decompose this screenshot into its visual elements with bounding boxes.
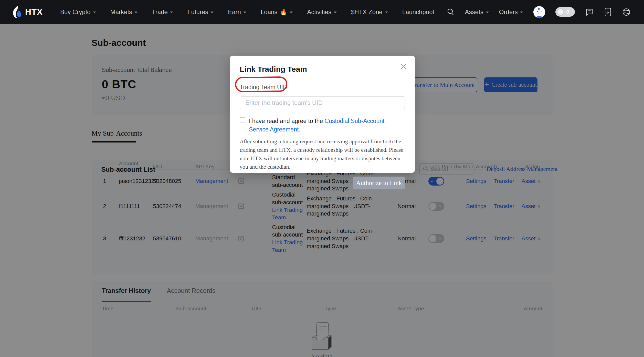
link-trading-team-modal: Link Trading Team ✕ Trading Team UID I h… — [230, 56, 415, 173]
nav-item-futures[interactable]: Futures — [187, 8, 214, 16]
nav-item-assets[interactable]: Assets — [465, 8, 489, 16]
fire-icon: 🔥 — [280, 8, 287, 16]
close-icon[interactable]: ✕ — [400, 62, 407, 71]
chevron-down-icon — [170, 12, 173, 13]
authorize-to-link-button[interactable]: Authorize to Link — [353, 177, 405, 189]
chevron-down-icon — [385, 12, 388, 13]
htx-subaccount-page: HTX Buy Crypto Markets Trade Futures Ear… — [0, 0, 644, 357]
nav-item-markets[interactable]: Markets — [110, 8, 138, 16]
language-globe-icon[interactable] — [622, 8, 631, 16]
modal-disclaimer: After submitting a linking request and r… — [240, 137, 406, 171]
agreement-text: I have read and agree to the Custodial S… — [249, 117, 394, 134]
chevron-down-icon — [243, 12, 246, 13]
badge-count: 0 — [566, 9, 569, 15]
chevron-down-icon — [334, 12, 337, 13]
nav-item-orders[interactable]: Orders — [499, 8, 523, 16]
nav-item-buy-crypto[interactable]: Buy Crypto — [60, 8, 96, 16]
app-download-icon[interactable] — [604, 7, 612, 17]
coin-icon — [557, 8, 564, 16]
main-menu: Buy Crypto Markets Trade Futures Earn Lo… — [60, 8, 434, 16]
modal-title: Link Trading Team — [240, 65, 405, 74]
chevron-down-icon — [520, 12, 523, 13]
nav-item-htx-zone[interactable]: $HTX Zone — [351, 8, 388, 16]
chevron-down-icon — [486, 12, 489, 13]
htx-logo[interactable]: HTX — [12, 5, 43, 19]
nav-item-launchpool[interactable]: Launchpool — [402, 8, 434, 16]
chevron-down-icon — [134, 12, 138, 13]
trading-team-uid-label: Trading Team UID — [240, 84, 287, 91]
support-chat-icon[interactable] — [585, 8, 594, 16]
htx-wordmark: HTX — [25, 7, 43, 17]
nav-item-trade[interactable]: Trade — [152, 8, 173, 16]
nav-item-loans[interactable]: Loans🔥 — [261, 8, 293, 16]
points-badge[interactable]: 0 — [555, 7, 575, 17]
trading-team-uid-input[interactable] — [240, 96, 405, 109]
agreement-checkbox[interactable] — [240, 117, 245, 123]
search-icon[interactable] — [447, 8, 455, 16]
nav-item-earn[interactable]: Earn — [228, 8, 246, 16]
chevron-down-icon — [210, 12, 214, 13]
user-avatar[interactable] — [533, 6, 545, 18]
nav-item-activities[interactable]: Activities — [307, 8, 337, 16]
chevron-down-icon — [93, 12, 96, 13]
nav-right-cluster: Assets Orders 0 — [447, 6, 631, 18]
htx-flame-icon — [12, 5, 23, 19]
top-nav: HTX Buy Crypto Markets Trade Futures Ear… — [0, 0, 644, 24]
chevron-down-icon — [290, 12, 293, 13]
